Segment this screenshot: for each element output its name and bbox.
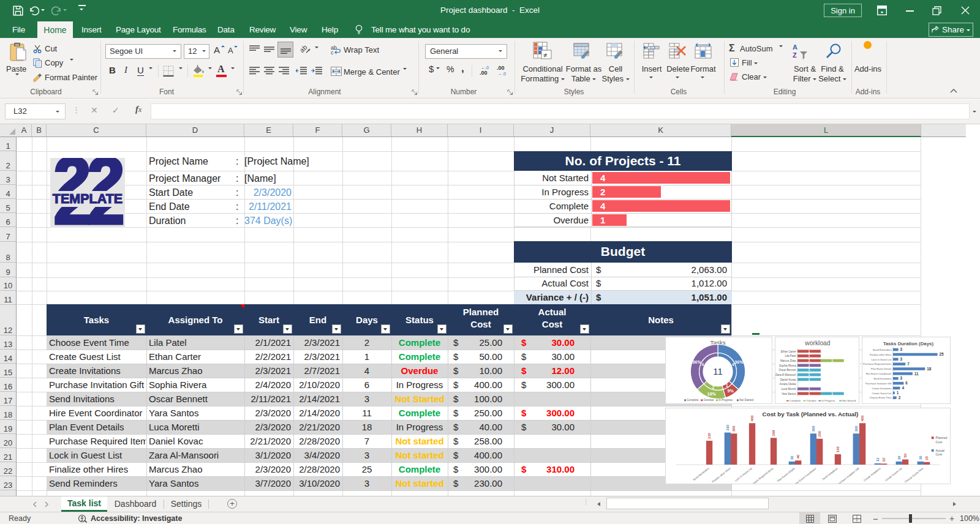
svg-text:Create Invitations: Create Invitations	[872, 387, 891, 390]
svg-text:Overdue: Overdue	[703, 399, 714, 402]
svg-text:11: 11	[914, 372, 919, 376]
svg-text:Finalize other Hires: Finalize other Hires	[711, 467, 731, 484]
svg-text:50: 50	[903, 453, 907, 457]
svg-text:Choose Event Time: Choose Event Time	[870, 396, 892, 399]
svg-text:Hire Event Coordinator: Hire Event Coordinator	[866, 372, 892, 375]
svg-text:Finalize other Hires: Finalize other Hires	[870, 353, 891, 356]
svg-text:40: 40	[796, 454, 800, 458]
svg-text:300: 300	[732, 425, 736, 432]
svg-text:Create Guest List: Create Guest List	[884, 466, 903, 482]
svg-text:.0: .0	[485, 66, 489, 70]
svg-text:12: 12	[876, 457, 880, 462]
svg-text:Complete: Complete	[790, 399, 801, 402]
svg-text:258: 258	[772, 430, 775, 436]
svg-text:Send Invitations: Send Invitations	[873, 377, 891, 380]
svg-text:1: 1	[809, 354, 810, 357]
svg-text:250: 250	[818, 430, 821, 437]
svg-text:300: 300	[812, 425, 815, 432]
svg-text:Purchase Invitation Gift: Purchase Invitation Gift	[836, 466, 860, 484]
svg-text:1: 1	[726, 383, 728, 387]
svg-text:36%: 36%	[693, 360, 702, 364]
svg-text:7: 7	[907, 362, 910, 366]
svg-text:1: 1	[809, 368, 810, 372]
svg-text:Planned: Planned	[936, 436, 948, 440]
svg-text:30: 30	[897, 455, 901, 460]
svg-text:Not Started: Not Started	[842, 399, 856, 402]
svg-text:400: 400	[750, 415, 754, 422]
svg-text:Z: Z	[793, 51, 797, 59]
svg-text:Lock in Guest List: Lock in Guest List	[872, 358, 892, 361]
svg-text:In Progress: In Progress	[718, 399, 733, 402]
svg-text:Cost by Task (Planned vs. Actu: Cost by Task (Planned vs. Actual)	[763, 411, 859, 417]
svg-text:A: A	[793, 43, 797, 51]
svg-text:11: 11	[713, 367, 722, 376]
svg-text:10: 10	[882, 457, 886, 462]
svg-text:1: 1	[831, 392, 833, 395]
svg-text:2: 2	[712, 385, 715, 389]
svg-text:6: 6	[905, 381, 908, 385]
svg-text:4: 4	[902, 386, 904, 390]
svg-text:Hire Event Coordinator: Hire Event Coordinator	[794, 466, 817, 484]
svg-text:Overdue: Overdue	[806, 399, 816, 402]
svg-text:Ethan Carter: Ethan Carter	[781, 350, 797, 353]
svg-text:.0: .0	[502, 72, 506, 76]
svg-text:310: 310	[726, 424, 729, 431]
svg-text:25: 25	[925, 456, 929, 460]
svg-text:Luca Moretti: Luca Moretti	[781, 387, 796, 391]
svg-text:Lila Patel: Lila Patel	[785, 354, 796, 357]
svg-text:Send Reminders: Send Reminders	[692, 467, 709, 482]
svg-text:→: →	[497, 71, 502, 77]
svg-text:ab: ab	[300, 44, 309, 54]
svg-text:1: 1	[831, 359, 833, 362]
svg-text:1: 1	[809, 373, 810, 376]
svg-text:Purchase Required Items: Purchase Required Items	[863, 362, 891, 365]
svg-text:30: 30	[790, 455, 794, 460]
svg-text:c: c	[331, 50, 334, 54]
svg-text:1: 1	[809, 350, 810, 353]
svg-text:Cost: Cost	[936, 452, 943, 456]
svg-text:3: 3	[900, 357, 903, 361]
svg-text:Sophia Rivera: Sophia Rivera	[779, 364, 796, 367]
svg-text:25: 25	[940, 352, 944, 356]
svg-text:1: 1	[809, 378, 810, 381]
svg-text:Oscar Bennett: Oscar Bennett	[778, 369, 796, 372]
svg-text:Daniel Kovac: Daniel Kovac	[780, 378, 797, 381]
svg-text:Complete: Complete	[687, 399, 699, 402]
svg-text:.00: .00	[497, 65, 505, 71]
svg-text:Cost: Cost	[936, 440, 943, 444]
svg-text:≠: ≠	[543, 51, 547, 59]
svg-text:Send Reminders: Send Reminders	[873, 348, 892, 351]
svg-text:Create Invitations: Create Invitations	[863, 467, 881, 482]
svg-text:4: 4	[732, 362, 734, 367]
svg-text:400: 400	[861, 415, 864, 422]
svg-text:Marcus Zhao: Marcus Zhao	[780, 359, 796, 362]
svg-text:30: 30	[919, 455, 922, 460]
svg-text:1: 1	[809, 364, 810, 367]
svg-text:Plan Event Details: Plan Event Details	[777, 467, 796, 483]
svg-text:Actual: Actual	[936, 449, 944, 452]
svg-text:Purchase Invitation Gift: Purchase Invitation Gift	[865, 382, 892, 385]
svg-text:Plan Event Details: Plan Event Details	[871, 367, 892, 370]
svg-text:In Progress: In Progress	[821, 399, 835, 402]
svg-text:.00: .00	[480, 70, 488, 76]
svg-text:36%: 36%	[734, 360, 744, 364]
svg-text:Create Guest List: Create Guest List	[872, 392, 892, 395]
svg-text:Zara Al-Mansoori: Zara Al-Mansoori	[775, 373, 796, 376]
svg-text:1: 1	[809, 392, 810, 395]
svg-text:18%: 18%	[707, 392, 717, 396]
svg-text:1: 1	[809, 359, 810, 362]
svg-text:230: 230	[707, 433, 711, 440]
svg-text:workload: workload	[804, 340, 830, 346]
svg-text:1: 1	[809, 387, 810, 391]
svg-text:Tasks Duration (Days): Tasks Duration (Days)	[883, 341, 934, 346]
svg-text:Lock in Guest List: Lock in Guest List	[734, 466, 753, 482]
svg-text:3: 3	[900, 347, 903, 351]
svg-text:9%: 9%	[728, 389, 734, 393]
svg-text:Amara Okeke: Amara Okeke	[780, 383, 796, 386]
svg-text:Yara Santos: Yara Santos	[782, 392, 797, 395]
svg-text:4: 4	[702, 362, 704, 367]
svg-text:Choose Event Time: Choose Event Time	[904, 466, 924, 483]
svg-text:Purchase Required Items: Purchase Required Items	[748, 467, 774, 484]
svg-text:Not Started: Not Started	[739, 399, 753, 402]
svg-text:2: 2	[899, 395, 901, 400]
